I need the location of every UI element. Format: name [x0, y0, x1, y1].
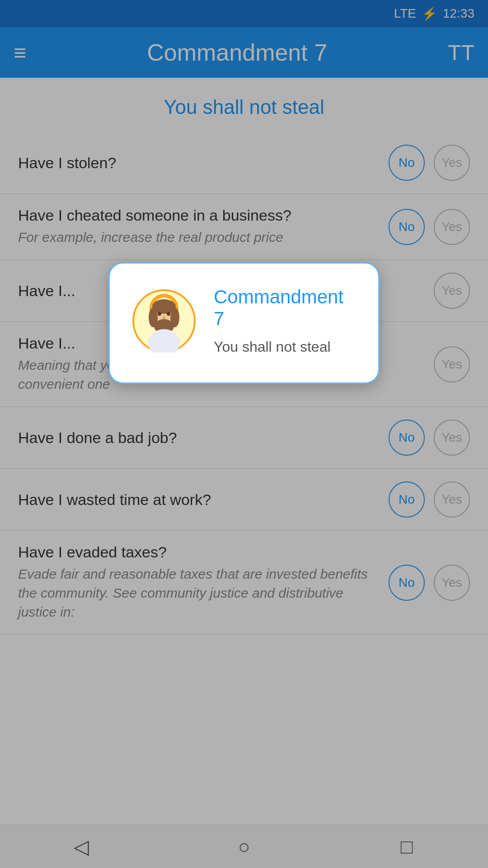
svg-point-7: [158, 311, 161, 316]
dialog-overlay[interactable]: Commandment 7 You shall not steal: [0, 0, 488, 868]
svg-point-9: [163, 316, 165, 320]
dialog-subtitle: You shall not steal: [214, 339, 356, 355]
avatar: [132, 289, 196, 353]
commandment-dialog: Commandment 7 You shall not steal: [108, 262, 380, 384]
dialog-text-content: Commandment 7 You shall not steal: [214, 286, 356, 355]
svg-point-8: [167, 311, 170, 316]
dialog-title: Commandment 7: [214, 286, 356, 330]
